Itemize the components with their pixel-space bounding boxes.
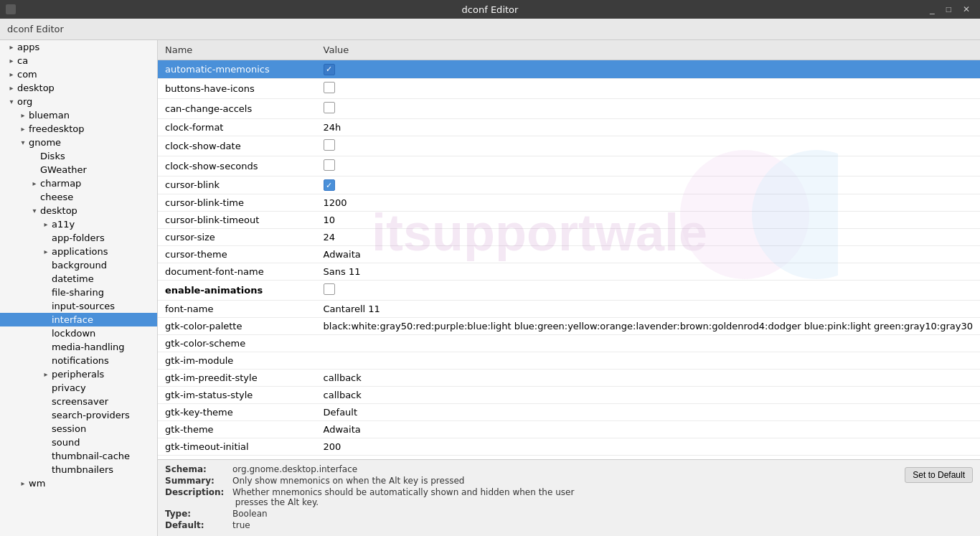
setting-value bbox=[316, 60, 980, 79]
setting-checkbox[interactable] bbox=[324, 179, 335, 191]
table-row[interactable]: gtk-im-preedit-stylecallback bbox=[158, 370, 980, 387]
sidebar-item-com[interactable]: ▸com bbox=[0, 67, 157, 81]
setting-checkbox[interactable] bbox=[324, 64, 335, 75]
sidebar-item-thumbnailers[interactable]: thumbnailers bbox=[0, 463, 157, 476]
minimize-button[interactable]: _ bbox=[925, 3, 939, 16]
setting-value: Sans 11 bbox=[316, 263, 980, 281]
info-type-row: Type: Boolean bbox=[165, 509, 973, 519]
tree-toggle-icon: ▸ bbox=[40, 370, 52, 378]
sidebar-item-label: charmap bbox=[40, 178, 157, 189]
sidebar-item-privacy[interactable]: privacy bbox=[0, 381, 157, 395]
table-row[interactable]: clock-format24h bbox=[158, 118, 980, 136]
sidebar-item-desktop2[interactable]: ▾desktop bbox=[0, 204, 157, 217]
sidebar-item-search-providers[interactable]: search-providers bbox=[0, 408, 157, 422]
tree-toggle-icon: ▸ bbox=[6, 70, 17, 78]
table-row[interactable]: can-change-accels bbox=[158, 98, 980, 118]
setting-checkbox[interactable] bbox=[324, 139, 335, 151]
sidebar-item-label: background bbox=[52, 260, 157, 271]
setting-value bbox=[316, 352, 980, 370]
set-default-button[interactable]: Set to Default bbox=[905, 467, 973, 483]
sidebar: ▸apps▸ca▸com▸desktop▾org▸blueman▸freedes… bbox=[0, 40, 158, 536]
type-value: Boolean bbox=[232, 509, 973, 519]
table-row[interactable]: gtk-im-module bbox=[158, 352, 980, 370]
info-description-row: Description: Whether mnemonics should be… bbox=[165, 487, 973, 507]
table-row[interactable]: clock-show-date bbox=[158, 136, 980, 156]
table-row[interactable]: document-font-nameSans 11 bbox=[158, 263, 980, 281]
table-row[interactable]: clock-show-seconds bbox=[158, 156, 980, 176]
sidebar-item-ca[interactable]: ▸ca bbox=[0, 54, 157, 67]
sidebar-item-label: screensaver bbox=[52, 396, 157, 407]
close-button[interactable]: ✕ bbox=[958, 3, 974, 16]
sidebar-item-media-handling[interactable]: media-handling bbox=[0, 340, 157, 354]
summary-value: Only show mnemonics on when the Alt key … bbox=[232, 476, 905, 486]
table-row[interactable]: gtk-key-themeDefault bbox=[158, 404, 980, 421]
setting-checkbox[interactable] bbox=[324, 159, 335, 171]
sidebar-item-apps[interactable]: ▸apps bbox=[0, 40, 157, 54]
sidebar-item-interface[interactable]: interface bbox=[0, 313, 157, 326]
table-row[interactable]: enable-animations bbox=[158, 281, 980, 301]
sidebar-item-label: session bbox=[52, 423, 157, 434]
sidebar-item-desktop[interactable]: ▸desktop bbox=[0, 81, 157, 95]
schema-label: Schema: bbox=[165, 464, 230, 474]
sidebar-item-app-folders[interactable]: app-folders bbox=[0, 231, 157, 245]
table-row[interactable]: gtk-color-scheme bbox=[158, 335, 980, 352]
setting-value bbox=[316, 98, 980, 118]
table-row[interactable]: cursor-size24 bbox=[158, 229, 980, 246]
table-row[interactable]: cursor-themeAdwaita bbox=[158, 246, 980, 263]
table-row[interactable]: cursor-blink bbox=[158, 176, 980, 194]
table-row[interactable]: font-nameCantarell 11 bbox=[158, 301, 980, 318]
sidebar-item-input-sources[interactable]: input-sources bbox=[0, 299, 157, 313]
setting-value: 200 bbox=[316, 438, 980, 456]
setting-name: clock-show-date bbox=[158, 136, 316, 156]
tree-toggle-icon: ▸ bbox=[29, 179, 40, 187]
title-bar-left bbox=[6, 4, 16, 14]
sidebar-item-charmap[interactable]: ▸charmap bbox=[0, 177, 157, 190]
sidebar-item-label: desktop bbox=[40, 205, 157, 216]
sidebar-item-file-sharing[interactable]: file-sharing bbox=[0, 286, 157, 299]
info-summary-row: Summary: Only show mnemonics on when the… bbox=[165, 476, 905, 486]
sidebar-item-gnome[interactable]: ▾gnome bbox=[0, 136, 157, 149]
table-row[interactable]: gtk-color-paletteblack:white:gray50:red:… bbox=[158, 318, 980, 335]
setting-value bbox=[316, 335, 980, 352]
setting-checkbox[interactable] bbox=[324, 102, 335, 113]
sidebar-item-blueman[interactable]: ▸blueman bbox=[0, 108, 157, 122]
table-row[interactable]: cursor-blink-time1200 bbox=[158, 194, 980, 212]
title-bar: dconf Editor _ □ ✕ bbox=[0, 0, 980, 19]
sidebar-item-session[interactable]: session bbox=[0, 422, 157, 436]
sidebar-item-Disks[interactable]: Disks bbox=[0, 149, 157, 163]
sidebar-item-lockdown[interactable]: lockdown bbox=[0, 326, 157, 340]
sidebar-item-wm[interactable]: ▸wm bbox=[0, 476, 157, 490]
sidebar-item-org[interactable]: ▾org bbox=[0, 95, 157, 108]
sidebar-item-a11y[interactable]: ▸a11y bbox=[0, 217, 157, 231]
sidebar-item-datetime[interactable]: datetime bbox=[0, 272, 157, 286]
sidebar-item-cheese[interactable]: cheese bbox=[0, 190, 157, 204]
table-row[interactable]: gtk-im-status-stylecallback bbox=[158, 387, 980, 404]
setting-value: callback bbox=[316, 370, 980, 387]
sidebar-item-GWeather[interactable]: GWeather bbox=[0, 163, 157, 177]
setting-checkbox[interactable] bbox=[324, 82, 335, 93]
table-row[interactable]: cursor-blink-timeout10 bbox=[158, 212, 980, 229]
sidebar-item-peripherals[interactable]: ▸peripherals bbox=[0, 367, 157, 381]
table-row[interactable]: buttons-have-icons bbox=[158, 78, 980, 98]
sidebar-item-sound[interactable]: sound bbox=[0, 436, 157, 449]
sidebar-item-label: desktop bbox=[17, 83, 157, 93]
sidebar-item-label: datetime bbox=[52, 273, 157, 284]
table-row[interactable]: automatic-mnemonics bbox=[158, 60, 980, 79]
sidebar-item-thumbnail-cache[interactable]: thumbnail-cache bbox=[0, 449, 157, 463]
sidebar-item-background[interactable]: background bbox=[0, 258, 157, 272]
sidebar-item-screensaver[interactable]: screensaver bbox=[0, 395, 157, 408]
setting-name: clock-show-seconds bbox=[158, 156, 316, 176]
schema-value: org.gnome.desktop.interface bbox=[232, 464, 905, 474]
setting-value: 1200 bbox=[316, 194, 980, 212]
table-row[interactable]: gtk-timeout-initial200 bbox=[158, 438, 980, 456]
setting-checkbox[interactable] bbox=[324, 283, 335, 295]
sidebar-item-notifications[interactable]: notifications bbox=[0, 354, 157, 367]
sidebar-item-label: org bbox=[17, 96, 157, 107]
sidebar-item-label: a11y bbox=[52, 219, 157, 230]
maximize-button[interactable]: □ bbox=[942, 3, 956, 16]
table-row[interactable]: gtk-themeAdwaita bbox=[158, 421, 980, 438]
sidebar-item-label: input-sources bbox=[52, 301, 157, 311]
sidebar-item-applications[interactable]: ▸applications bbox=[0, 245, 157, 258]
sidebar-item-freedesktop[interactable]: ▸freedesktop bbox=[0, 122, 157, 136]
setting-name: gtk-timeout-initial bbox=[158, 438, 316, 456]
